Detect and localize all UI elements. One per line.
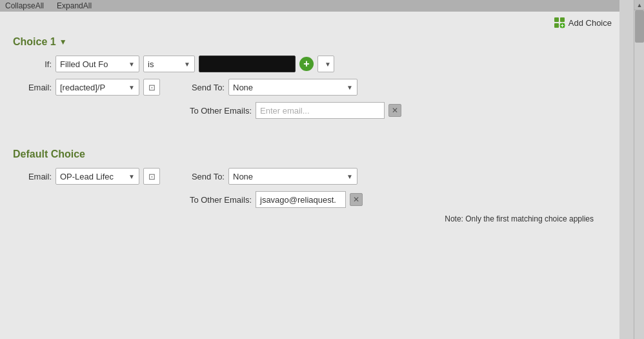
default-email-sendto-row: Email: OP-Lead Lifec ▼ ⊡ Send To: None [13, 168, 607, 185]
add-choice-label: Add Choice [569, 18, 612, 28]
other-emails-placeholder: Enter email... [260, 106, 310, 116]
condition-type-arrow: ▼ [128, 61, 135, 68]
top-bar: CollapseAll ExpandAll [0, 0, 619, 12]
default-email-search-button[interactable]: ⊡ [143, 168, 160, 185]
default-magnifier-icon: ⊡ [148, 172, 156, 181]
default-choice-header: Default Choice [13, 149, 607, 160]
if-row: If: Filled Out Fo ▼ is ▼ + [13, 56, 607, 72]
default-email-col: Email: OP-Lead Lifec ▼ ⊡ [13, 168, 160, 185]
svg-rect-2 [554, 23, 559, 28]
default-email-value: OP-Lead Lifec [60, 172, 125, 181]
scroll-up-button[interactable]: ▲ [634, 0, 644, 10]
magnifier-icon: ⊡ [148, 83, 156, 92]
default-sendto-arrow: ▼ [347, 173, 353, 180]
condition-value-blacked [199, 56, 296, 72]
sendto-arrow: ▼ [347, 84, 353, 91]
clear-icon: ✕ [392, 106, 398, 115]
default-other-emails-value: jsavago@reliaquest. [260, 195, 336, 205]
other-emails-row: To Other Emails: Enter email... ✕ [13, 102, 607, 119]
scrollbar[interactable]: ▲ [634, 0, 644, 339]
condition-operator-dropdown[interactable]: is ▼ [143, 56, 195, 72]
condition-operator-value: is [148, 59, 180, 69]
choice1-section: Choice 1 ▼ If: Filled Out Fo ▼ is ▼ [13, 36, 607, 119]
content-area: Choice 1 ▼ If: Filled Out Fo ▼ is ▼ [0, 31, 619, 236]
choice1-header: Choice 1 ▼ [13, 36, 607, 48]
choice1-collapse-arrow[interactable]: ▼ [59, 37, 67, 46]
default-email-label: Email: [13, 172, 52, 181]
condition-type-value: Filled Out Fo [60, 59, 125, 69]
condition-more-arrow: ▼ [325, 61, 331, 68]
choice1-title: Choice 1 [13, 36, 56, 48]
default-choice-title: Default Choice [13, 149, 85, 160]
other-emails-col: To Other Emails: Enter email... ✕ [181, 102, 401, 119]
condition-operator-arrow: ▼ [184, 61, 190, 68]
email-label: Email: [13, 83, 52, 92]
condition-type-dropdown[interactable]: Filled Out Fo ▼ [55, 56, 139, 72]
default-other-emails-col: To Other Emails: jsavago@reliaquest. ✕ [181, 191, 363, 208]
add-choice-button[interactable]: + Add Choice [554, 17, 612, 28]
svg-rect-1 [560, 17, 565, 22]
svg-text:+: + [561, 23, 564, 28]
sendto-col: Send To: None ▼ [179, 79, 357, 96]
default-sendto-dropdown[interactable]: None ▼ [228, 168, 357, 185]
add-condition-button[interactable]: + [299, 57, 314, 71]
email-dropdown[interactable]: [redacted]/P ▼ [55, 79, 139, 96]
sendto-dropdown[interactable]: None ▼ [228, 79, 357, 96]
expand-all-tab[interactable]: ExpandAll [57, 1, 92, 10]
sendto-value: None [233, 83, 343, 92]
condition-more-dropdown[interactable]: ▼ [317, 56, 334, 72]
default-sendto-label: Send To: [179, 172, 225, 181]
email-col: Email: [redacted]/P ▼ ⊡ [13, 79, 160, 96]
scroll-thumb[interactable] [635, 10, 644, 43]
default-other-emails-row: To Other Emails: jsavago@reliaquest. ✕ [13, 191, 607, 208]
add-choice-icon: + [554, 17, 565, 28]
note-text: Note: Only the first matching choice app… [13, 214, 607, 223]
other-emails-input[interactable]: Enter email... [256, 102, 385, 119]
default-sendto-col: Send To: None ▼ [179, 168, 357, 185]
default-choice-section: Default Choice Email: OP-Lead Lifec ▼ ⊡ [13, 149, 607, 223]
svg-rect-0 [554, 17, 559, 22]
other-emails-label: To Other Emails: [181, 106, 252, 116]
sendto-label: Send To: [179, 83, 225, 92]
default-email-dropdown[interactable]: OP-Lead Lifec ▼ [55, 168, 139, 185]
default-clear-icon: ✕ [353, 195, 359, 204]
default-other-emails-input[interactable]: jsavago@reliaquest. [256, 191, 346, 208]
default-sendto-value: None [233, 172, 343, 181]
section-separator [13, 125, 607, 138]
email-sendto-row: Email: [redacted]/P ▼ ⊡ Send To: [13, 79, 607, 96]
add-choice-area: + Add Choice [0, 12, 619, 31]
collapse-all-tab[interactable]: CollapseAll [5, 1, 44, 10]
default-other-emails-clear-button[interactable]: ✕ [350, 193, 363, 206]
if-label: If: [13, 59, 52, 69]
other-emails-clear-button[interactable]: ✕ [388, 104, 401, 117]
default-other-emails-label: To Other Emails: [181, 195, 252, 205]
default-email-arrow: ▼ [128, 173, 135, 180]
email-value: [redacted]/P [60, 83, 125, 92]
note-label: Note: Only the first matching choice app… [445, 214, 594, 223]
email-search-button[interactable]: ⊡ [143, 79, 160, 96]
email-dropdown-arrow: ▼ [128, 84, 135, 91]
